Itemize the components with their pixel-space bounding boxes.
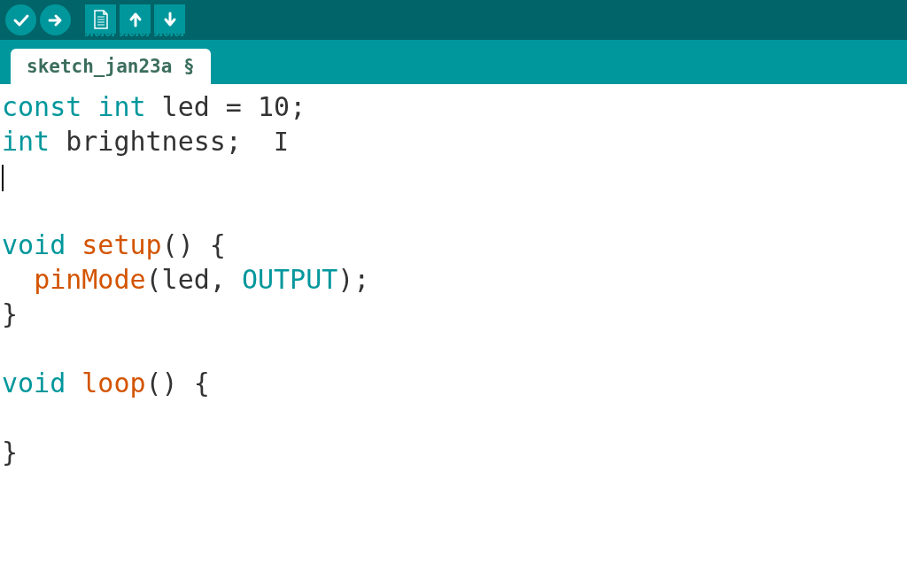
code-token: led = [146,91,258,122]
open-button[interactable] [120,4,151,35]
code-line[interactable] [2,159,905,193]
code-token: (led, [146,264,242,295]
code-line[interactable] [2,400,905,435]
code-line[interactable] [2,331,905,366]
code-token: pinMode [34,264,145,295]
code-token: } [2,437,18,468]
code-line[interactable]: const int led = 10; [2,89,905,124]
new-button[interactable] [85,4,116,35]
code-line[interactable]: } [2,435,905,469]
check-icon [12,12,30,29]
code-token: ); [337,264,369,295]
code-token: void [2,368,66,398]
code-line[interactable] [2,193,905,228]
code-token: loop [81,368,145,398]
arrow-right-icon [47,12,65,29]
save-button[interactable] [154,4,185,35]
code-token: void [2,229,66,260]
code-line[interactable]: void loop() { [2,366,905,400]
code-line[interactable]: } [2,297,905,331]
code-token: int [2,126,50,157]
toolbar [0,0,907,40]
ibeam-cursor-icon: I [274,127,289,159]
code-line[interactable]: pinMode(led, OUTPUT); [2,262,905,297]
code-token: OUTPUT [242,264,337,295]
code-token [66,368,81,398]
code-token: } [2,298,18,329]
code-token: const [2,91,81,122]
verify-button[interactable] [5,4,36,35]
code-token: int [97,91,145,122]
file-icon [91,9,111,30]
code-editor[interactable]: const int led = 10;int brightness; I voi… [0,84,907,475]
code-token: 10 [258,91,290,122]
upload-button[interactable] [40,4,71,35]
arrow-up-icon [127,11,144,28]
code-token: brightness; [50,126,274,157]
arrow-down-icon [161,11,179,28]
code-token: ; [290,91,306,122]
code-line[interactable]: int brightness; I [2,124,905,159]
code-token: () { [146,368,210,398]
code-token [81,91,97,122]
text-caret [2,165,4,191]
code-token: () { [162,229,226,260]
code-line[interactable]: void setup() { [2,228,905,262]
code-token: setup [81,229,161,260]
tab-sketch[interactable]: sketch_jan23a § [11,49,211,84]
tab-strip: sketch_jan23a § [0,40,907,84]
code-token [66,229,81,260]
